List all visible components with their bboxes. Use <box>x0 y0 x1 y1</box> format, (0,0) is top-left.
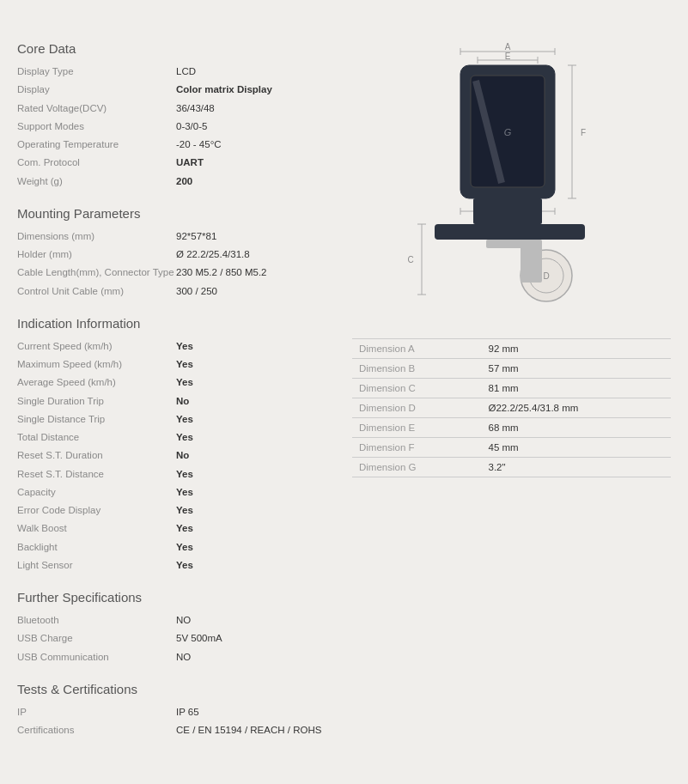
spec-row: BluetoothNO <box>17 611 335 629</box>
spec-row: Cable Length(mm), Connector Type230 M5.2… <box>17 264 335 282</box>
spec-row: CertificationsCE / EN 15194 / REACH / RO… <box>17 721 335 739</box>
spec-label: Light Sensor <box>17 558 176 573</box>
spec-value: Yes <box>176 503 193 518</box>
spec-row: Maximum Speed (km/h)Yes <box>17 356 335 374</box>
spec-row: DisplayColor matrix Display <box>17 81 335 99</box>
spec-value: Yes <box>176 467 193 482</box>
spec-row: Reset S.T. DurationNo <box>17 447 335 465</box>
spec-label: IP <box>17 705 176 720</box>
group-title: Tests & Certifications <box>17 682 335 696</box>
spec-row: Operating Temperature-20 - 45°C <box>17 136 335 154</box>
svg-text:C: C <box>407 255 413 264</box>
spec-row: USB CommunicationNO <box>17 648 335 666</box>
spec-row: USB Charge5V 500mA <box>17 629 335 647</box>
spec-row: Light SensorYes <box>17 556 335 574</box>
spec-value: Yes <box>176 357 193 372</box>
dimensions-table: Dimension A92 mmDimension B57 mmDimensio… <box>352 338 671 477</box>
spec-row: Error Code DisplayYes <box>17 501 335 520</box>
svg-rect-20 <box>473 198 542 224</box>
spec-label: Reset S.T. Distance <box>17 467 176 482</box>
spec-value: Yes <box>176 430 193 445</box>
spec-label: Backlight <box>17 540 176 555</box>
spec-value: 5V 500mA <box>176 631 222 646</box>
spec-value: No <box>176 448 189 463</box>
spec-row: Average Speed (km/h)Yes <box>17 374 335 392</box>
spec-label: Single Distance Trip <box>17 412 176 427</box>
spec-value: Yes <box>176 339 193 354</box>
spec-value: Yes <box>176 521 193 536</box>
spec-value: Color matrix Display <box>176 82 272 97</box>
spec-row: Total DistanceYes <box>17 428 335 447</box>
spec-label: Total Distance <box>17 430 176 445</box>
spec-row: IPIP 65 <box>17 703 335 721</box>
dim-label: Dimension D <box>352 398 481 418</box>
spec-value: 36/43/48 <box>176 101 215 116</box>
spec-value: NO <box>176 650 191 665</box>
spec-value: -20 - 45°C <box>176 137 222 152</box>
spec-value: NO <box>176 613 191 628</box>
group-title: Mounting Parameters <box>17 206 335 221</box>
dim-label: Dimension G <box>352 458 481 477</box>
spec-label: Rated Voltage(DCV) <box>17 101 176 116</box>
svg-text:F: F <box>581 128 586 137</box>
spec-label: Control Unit Cable (mm) <box>17 284 176 299</box>
spec-value: Yes <box>176 375 193 390</box>
spec-label: Reset S.T. Duration <box>17 448 176 463</box>
spec-row: Control Unit Cable (mm)300 / 250 <box>17 283 335 301</box>
spec-label: Single Duration Trip <box>17 394 176 409</box>
svg-text:A: A <box>504 42 510 52</box>
spec-group: Indication InformationCurrent Speed (km/… <box>17 316 335 574</box>
spec-row: BacklightYes <box>17 538 335 556</box>
spec-label: Display Type <box>17 64 176 79</box>
spec-value: Yes <box>176 540 193 555</box>
spec-label: Maximum Speed (km/h) <box>17 357 176 372</box>
spec-value: Yes <box>176 558 193 573</box>
spec-label: Cable Length(mm), Connector Type <box>17 265 176 280</box>
spec-row: Holder (mm)Ø 22.2/25.4/31.8 <box>17 246 335 264</box>
spec-label: Com. Protocol <box>17 155 176 170</box>
spec-row: Com. ProtocolUART <box>17 154 335 172</box>
group-title: Indication Information <box>17 316 335 331</box>
group-title: Core Data <box>17 41 335 56</box>
spec-value: CE / EN 15194 / REACH / ROHS <box>176 723 321 738</box>
spec-label: Bluetooth <box>17 613 176 628</box>
spec-value: 200 <box>176 174 192 189</box>
dim-row: Dimension A92 mm <box>352 339 671 359</box>
spec-group: Tests & CertificationsIPIP 65Certificati… <box>17 682 335 740</box>
spec-row: Current Speed (km/h)Yes <box>17 337 335 356</box>
spec-value: Ø 22.2/25.4/31.8 <box>176 247 250 262</box>
spec-label: USB Charge <box>17 631 176 646</box>
device-diagram: A E G F <box>352 41 671 325</box>
spec-value: Yes <box>176 485 193 500</box>
spec-row: Weight (g)200 <box>17 173 335 191</box>
spec-label: Average Speed (km/h) <box>17 375 176 390</box>
spec-row: Support Modes0-3/0-5 <box>17 118 335 136</box>
spec-value: 0-3/0-5 <box>176 119 207 134</box>
spec-value: Yes <box>176 412 193 427</box>
dim-row: Dimension E68 mm <box>352 418 671 438</box>
dim-value: 68 mm <box>481 418 671 438</box>
dim-value: 57 mm <box>481 359 671 379</box>
spec-value: 300 / 250 <box>176 284 217 299</box>
dim-value: Ø22.2/25.4/31.8 mm <box>481 398 671 418</box>
dim-label: Dimension E <box>352 418 481 438</box>
svg-text:E: E <box>504 52 510 61</box>
dim-label: Dimension B <box>352 359 481 379</box>
svg-text:G: G <box>503 127 511 137</box>
spec-group: Core DataDisplay TypeLCDDisplayColor mat… <box>17 41 335 191</box>
group-title: Further Specifications <box>17 590 335 605</box>
spec-label: Walk Boost <box>17 521 176 536</box>
dim-row: Dimension F45 mm <box>352 438 671 458</box>
spec-label: Holder (mm) <box>17 247 176 262</box>
dim-value: 92 mm <box>481 339 671 359</box>
dim-value: 81 mm <box>481 379 671 398</box>
spec-label: Current Speed (km/h) <box>17 339 176 354</box>
svg-rect-21 <box>435 224 585 240</box>
svg-text:D: D <box>543 271 549 281</box>
spec-row: Single Distance TripYes <box>17 410 335 428</box>
dim-row: Dimension DØ22.2/25.4/31.8 mm <box>352 398 671 418</box>
spec-label: Error Code Display <box>17 503 176 518</box>
spec-label: Certifications <box>17 723 176 738</box>
spec-row: CapacityYes <box>17 483 335 501</box>
spec-label: Display <box>17 82 176 97</box>
